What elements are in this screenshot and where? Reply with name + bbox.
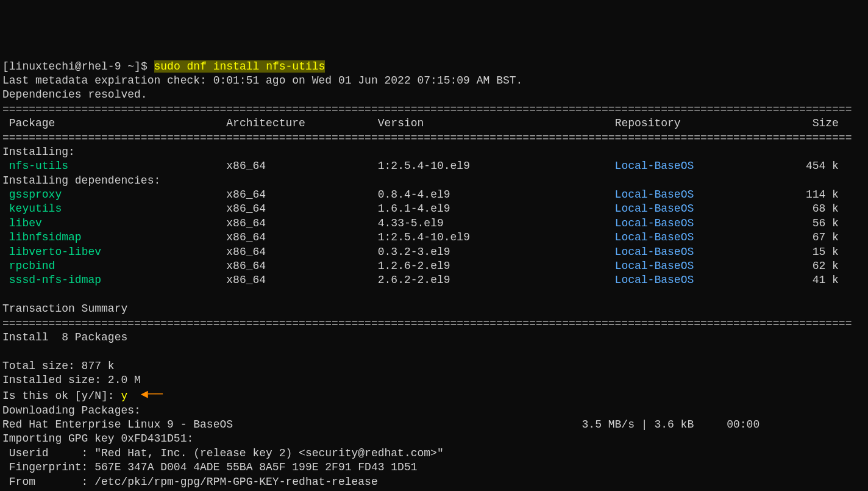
pkg-repo: Local-BaseOS [615, 274, 694, 286]
pkg-repo: Local-BaseOS [615, 231, 694, 243]
package-row: libnfsidmap x86_64 1:2.5.4-10.el9 Local-… [2, 231, 866, 245]
pkg-arch: x86_64 [226, 188, 266, 201]
pkg-repo: Local-BaseOS [615, 246, 694, 258]
pkg-version: 1:2.5.4-10.el9 [378, 231, 470, 243]
package-row: nfs-utils x86_64 1:2.5.4-10.el9 Local-Ba… [2, 159, 866, 173]
deps-resolved: Dependencies resolved. [2, 88, 866, 102]
pkg-repo: Local-BaseOS [615, 188, 694, 201]
download-name: Red Hat Enterprise Linux 9 - BaseOS [2, 418, 233, 431]
gpg-userid: Userid : "Red Hat, Inc. (release key 2) … [2, 446, 866, 461]
package-row: libev x86_64 4.33-5.el9 Local-BaseOS 56 … [2, 217, 866, 231]
pkg-repo: Local-BaseOS [615, 260, 694, 272]
divider-mid: ========================================… [2, 131, 866, 145]
transaction-summary: Transaction Summary [2, 302, 866, 316]
package-row: libverto-libev x86_64 0.3.2-3.el9 Local-… [2, 245, 866, 259]
arrow-icon: ◀── [141, 387, 163, 403]
pkg-size: 62 k [813, 260, 839, 272]
pkg-version: 0.8.4-4.el9 [378, 188, 450, 201]
pkg-name: libev [9, 217, 42, 229]
gpg-import-1: Importing GPG key 0xFD431D51: [2, 432, 866, 446]
package-row: rpcbind x86_64 1.2.6-2.el9 Local-BaseOS … [2, 259, 866, 273]
pkg-arch: x86_64 [226, 260, 266, 272]
pkg-repo: Local-BaseOS [615, 217, 694, 229]
installed-size: Installed size: 2.0 M [2, 373, 866, 387]
total-size: Total size: 877 k [2, 359, 866, 373]
divider-bottom: ========================================… [2, 317, 866, 331]
prompt-path: ~ [127, 60, 134, 73]
pkg-size: 67 k [813, 231, 839, 243]
terminal-output: [linuxtechi@rhel-9 ~]$ sudo dnf install … [2, 60, 866, 491]
pkg-version: 4.33-5.el9 [378, 217, 444, 229]
header-arch: Architecture [226, 117, 305, 129]
header-size: Size [813, 117, 839, 129]
pkg-size: 114 k [806, 188, 839, 201]
command-input[interactable]: sudo dnf install nfs-utils [154, 60, 326, 73]
package-row: sssd-nfs-idmap x86_64 2.6.2-2.el9 Local-… [2, 273, 866, 287]
pkg-size: 41 k [813, 274, 839, 286]
pkg-repo: Local-BaseOS [615, 202, 694, 215]
confirm-answer: y [121, 390, 127, 402]
metadata-line: Last metadata expiration check: 0:01:51 … [2, 74, 866, 88]
download-speed: 3.5 MB/s | 3.6 kB 00:00 [582, 418, 760, 431]
gpg-fingerprint: Fingerprint: 567E 347A D004 4ADE 55BA 8A… [2, 461, 866, 475]
divider-top: ========================================… [2, 102, 866, 116]
pkg-name: sssd-nfs-idmap [9, 274, 101, 286]
package-row: keyutils x86_64 1.6.1-4.el9 Local-BaseOS… [2, 202, 866, 216]
pkg-name: libverto-libev [9, 246, 101, 258]
pkg-arch: x86_64 [226, 217, 266, 229]
pkg-name: gssproxy [9, 188, 62, 201]
pkg-name: nfs-utils [9, 160, 68, 172]
prompt-symbol: $ [141, 60, 148, 73]
installing-deps-label: Installing dependencies: [2, 174, 866, 188]
pkg-repo: Local-BaseOS [615, 160, 694, 172]
header-repo: Repository [615, 117, 681, 129]
pkg-size: 15 k [813, 246, 839, 258]
pkg-size: 56 k [813, 217, 839, 229]
pkg-name: rpcbind [9, 260, 55, 272]
pkg-version: 1.6.1-4.el9 [378, 202, 450, 215]
header-version: Version [378, 117, 424, 129]
pkg-version: 1.2.6-2.el9 [378, 260, 450, 272]
pkg-version: 0.3.2-3.el9 [378, 246, 450, 258]
pkg-arch: x86_64 [226, 231, 266, 243]
pkg-name: libnfsidmap [9, 231, 82, 243]
prompt-user-host: linuxtechi@rhel-9 [9, 60, 121, 73]
table-header: Package Architecture Version Repository … [2, 116, 866, 131]
arrow-icon: ◀── [141, 488, 163, 491]
pkg-arch: x86_64 [226, 274, 266, 286]
pkg-name: keyutils [9, 202, 62, 215]
confirm-line-1[interactable]: Is this ok [y/N]: y ◀── [2, 388, 866, 404]
pkg-size: 68 k [813, 202, 839, 215]
pkg-arch: x86_64 [226, 246, 266, 258]
download-progress: Red Hat Enterprise Linux 9 - BaseOS 3.5 … [2, 418, 866, 432]
pkg-version: 2.6.2-2.el9 [378, 274, 450, 286]
installing-label: Installing: [2, 145, 866, 159]
downloading-label: Downloading Packages: [2, 404, 866, 418]
header-package: Package [9, 117, 55, 129]
pkg-arch: x86_64 [226, 160, 266, 172]
gpg-from: From : /etc/pki/rpm-gpg/RPM-GPG-KEY-redh… [2, 475, 866, 489]
install-count: Install 8 Packages [2, 331, 866, 345]
pkg-arch: x86_64 [226, 202, 266, 215]
prompt-line[interactable]: [linuxtechi@rhel-9 ~]$ sudo dnf install … [2, 60, 866, 74]
confirm-prompt: Is this ok [y/N]: [2, 390, 121, 402]
package-row: gssproxy x86_64 0.8.4-4.el9 Local-BaseOS… [2, 188, 866, 202]
pkg-size: 454 k [806, 160, 839, 172]
pkg-version: 1:2.5.4-10.el9 [378, 160, 470, 172]
